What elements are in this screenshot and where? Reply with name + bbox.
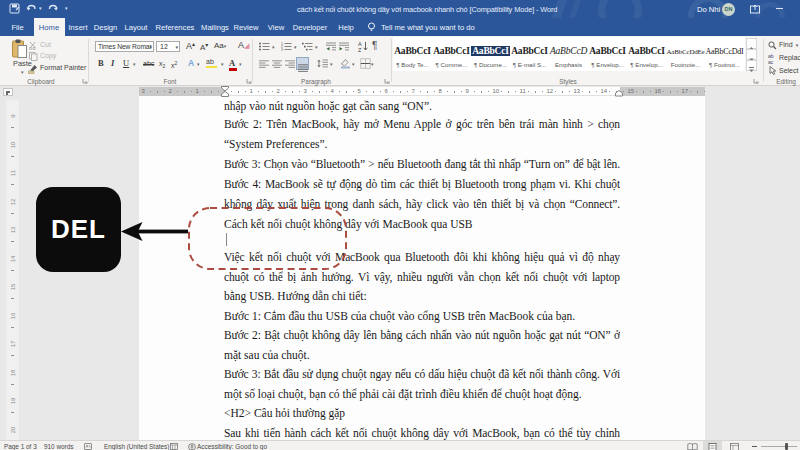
svg-text:Z: Z: [358, 47, 362, 52]
svg-text:3: 3: [281, 48, 283, 51]
